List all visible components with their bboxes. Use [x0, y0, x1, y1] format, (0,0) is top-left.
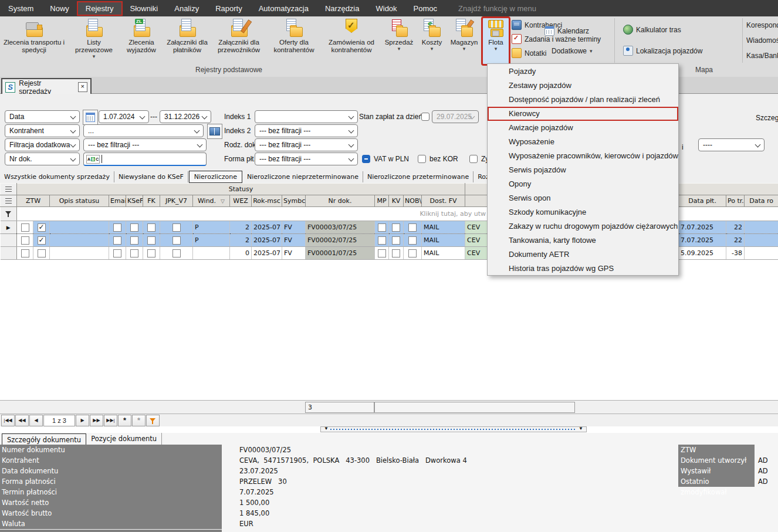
filter-button[interactable] [146, 415, 160, 426]
fk-checkbox[interactable] [147, 249, 155, 257]
mp-cell[interactable] [375, 221, 389, 234]
ribbon-zlecenia-transportu-button[interactable]: Zlecenia transportu i spedycji [1, 18, 67, 65]
wez-cell[interactable]: 2 [230, 221, 252, 234]
nr-dok-search-input[interactable]: ABC [83, 153, 207, 166]
nob-checkbox[interactable] [408, 223, 417, 232]
panel-splitter[interactable]: ▼ ▼ [320, 426, 587, 432]
kontrahent-value-combo[interactable]: ... [83, 124, 204, 137]
ztw-checkbox[interactable] [38, 249, 46, 257]
symbol-cell[interactable]: FV [282, 247, 306, 260]
dost-fv-cell[interactable]: MAIL [422, 221, 465, 234]
kv-cell[interactable] [389, 247, 404, 260]
menu-raporty[interactable]: Raporty [207, 2, 251, 15]
jpk-cell[interactable] [160, 221, 193, 234]
col-symbol[interactable]: Symbc [282, 195, 306, 207]
ribbon-flota-button[interactable]: Flota ▾ [482, 18, 509, 65]
menu-item-dokumenty-aetr[interactable]: Dokumenty AETR [488, 248, 678, 262]
wind-cell[interactable]: P [193, 221, 230, 234]
filter-field-dodatkowa-combo[interactable]: Filtracja dodatkowa [5, 138, 80, 151]
jpk-checkbox[interactable] [172, 249, 181, 257]
row-select-checkbox[interactable] [21, 249, 29, 257]
fk-cell[interactable] [143, 247, 160, 260]
symbol-cell[interactable]: FV [282, 221, 306, 234]
col-jpk-v7[interactable]: JPK_V7 [160, 195, 193, 207]
mp-checkbox[interactable] [378, 223, 386, 232]
ftab-nierozliczone-przeterminowane[interactable]: Nierozliczone przeterminowane [363, 171, 473, 182]
ribbon-zamowienia-button[interactable]: ✓ Zamówienia od kontrahentów [323, 18, 380, 65]
col-kv[interactable]: KV [389, 195, 404, 207]
col-nr-dok[interactable]: Nr dok. [306, 195, 375, 207]
wez-cell[interactable]: 0 [230, 247, 252, 260]
symbol-cell[interactable]: FV [282, 234, 306, 247]
email-checkbox[interactable] [113, 249, 121, 257]
col-fk[interactable]: FK [143, 195, 160, 207]
row-options-header[interactable] [1, 195, 17, 207]
kv-checkbox[interactable] [392, 249, 400, 257]
ribbon-listy-przewozowe-button[interactable]: Listy przewozowe ▾ [68, 18, 120, 65]
rok-msc-cell[interactable]: 2025-07 [252, 247, 282, 260]
next-record-button[interactable]: ▶ [76, 415, 89, 426]
new-record-disabled-button[interactable]: * [132, 415, 146, 426]
col-mp[interactable]: MP [375, 195, 389, 207]
kv-cell[interactable] [389, 234, 404, 247]
menu-item-awizacje-pojazdow[interactable]: Awizacje pojazdów [488, 121, 678, 135]
menu-item-kierowcy[interactable]: Kierowcy [488, 107, 678, 121]
tab-szczegoly-dokumentu[interactable]: Szczegóły dokumentu [2, 433, 86, 445]
rok-msc-cell[interactable]: 2025-07 [252, 221, 282, 234]
ksef-checkbox[interactable] [130, 236, 138, 245]
opis-statusu-cell[interactable] [50, 247, 109, 260]
fk-cell[interactable] [143, 234, 160, 247]
data-plt-cell[interactable]: 5.09.2025 [679, 247, 726, 260]
email-checkbox[interactable] [113, 223, 121, 232]
data-ro-cell[interactable] [745, 221, 778, 234]
row-select-cell[interactable] [17, 221, 33, 234]
row-select-checkbox[interactable] [21, 236, 29, 245]
ksef-checkbox[interactable] [130, 249, 138, 257]
col-data-ro[interactable]: Data ro [745, 195, 778, 207]
ksef-cell[interactable] [126, 234, 143, 247]
bez-kor-checkbox[interactable] [418, 155, 426, 163]
menu-automatyzacja[interactable]: Automatyzacja [251, 2, 317, 15]
ribbon-sprzedaz-button[interactable]: Sprzedaż ▾ [381, 18, 417, 65]
jpk-checkbox[interactable] [172, 236, 181, 245]
ribbon-koszty-button[interactable]: $ Koszty ▾ [418, 18, 446, 65]
ribbon-dodatkowe-button[interactable]: Dodatkowe ▾ [552, 47, 593, 55]
paid-status-checkbox[interactable] [421, 113, 429, 121]
col-opis-statusu[interactable]: Opis statusu [50, 195, 109, 207]
mp-cell[interactable] [375, 247, 389, 260]
ksef-cell[interactable] [126, 221, 143, 234]
zysk-checkbox[interactable] [469, 155, 478, 163]
forma-plt-combo[interactable]: --- bez filtracji --- [255, 153, 358, 165]
email-checkbox[interactable] [113, 236, 121, 245]
email-cell[interactable] [109, 234, 126, 247]
ribbon-zlecenia-wyjazdow-button[interactable]: ZL Zlecenia wyjazdów [121, 18, 162, 65]
col-data-plt[interactable]: Data płt. [679, 195, 726, 207]
data-plt-cell[interactable]: 7.07.2025 [679, 234, 726, 247]
menu-item-zakazy-w-ruchu[interactable]: Zakazy w ruchu drogowym pojazdów ciężaro… [488, 219, 678, 233]
menu-item-serwis-opon[interactable]: Serwis opon [488, 191, 678, 205]
menu-item-zestawy-pojazdow[interactable]: Zestawy pojazdów [488, 79, 678, 93]
jpk-checkbox[interactable] [172, 223, 181, 232]
paid-status-date-combo[interactable]: 29.07.2025 [432, 110, 479, 123]
nr-dok-cell[interactable]: FV00002/07/25 [306, 234, 375, 247]
nob-checkbox[interactable] [408, 249, 417, 257]
ribbon-magazyn-button[interactable]: Magazyn ▾ [447, 18, 481, 65]
ztw-checkbox[interactable] [38, 223, 46, 232]
kv-cell[interactable] [389, 221, 404, 234]
next-page-button[interactable]: ▶▶ [90, 415, 103, 426]
filter-row-header[interactable] [1, 207, 17, 221]
ksef-cell[interactable] [126, 247, 143, 260]
nob-cell[interactable] [404, 234, 422, 247]
nr-dok-cell[interactable]: FV00003/07/25 [306, 221, 375, 234]
menu-search-input[interactable]: Znajdź funkcję w menu [458, 4, 536, 13]
opis-statusu-cell[interactable] [50, 234, 109, 247]
new-record-button[interactable]: * [118, 415, 131, 426]
menu-analizy[interactable]: Analizy [166, 2, 207, 15]
ksef-checkbox[interactable] [130, 223, 138, 232]
fk-cell[interactable] [143, 221, 160, 234]
nob-cell[interactable] [404, 221, 422, 234]
row-select-checkbox[interactable] [21, 223, 29, 232]
ztw-cell[interactable] [33, 221, 50, 234]
col-ztw[interactable]: ZTW [17, 195, 50, 207]
ribbon-korespondencja-button[interactable]: Korespond [746, 21, 778, 29]
